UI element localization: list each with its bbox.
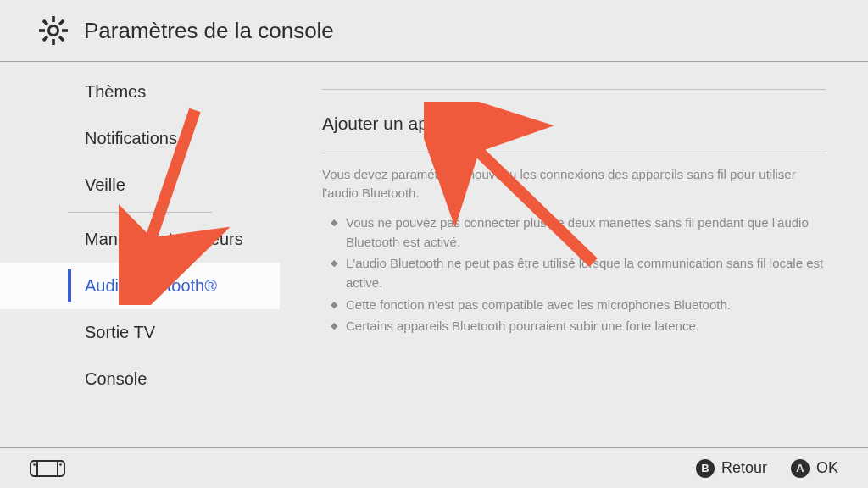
sidebar-item-controllers[interactable]: Manettes et capteurs [0, 216, 280, 263]
sidebar-item-themes[interactable]: Thèmes [0, 69, 280, 115]
gear-icon [38, 15, 69, 46]
page-title: Paramètres de la console [84, 18, 334, 44]
bullet-item: Cette fonction n'est pas compatible avec… [331, 295, 826, 314]
sidebar-item-tv-output[interactable]: Sortie TV [0, 309, 280, 356]
svg-rect-3 [42, 36, 48, 42]
svg-rect-2 [58, 19, 64, 25]
sidebar-divider [68, 212, 212, 213]
bullet-item: L'audio Bluetooth ne peut pas être utili… [331, 253, 826, 293]
svg-rect-1 [52, 39, 55, 45]
svg-rect-0 [52, 16, 55, 22]
svg-rect-7 [42, 19, 48, 25]
info-text: Vous devez paramétrer à nouveau les conn… [322, 165, 826, 213]
main-panel: Ajouter un appareil Vous devez paramétre… [280, 62, 868, 452]
header: Paramètres de la console [0, 0, 868, 62]
svg-rect-9 [37, 461, 58, 476]
footer-buttons: B Retour A OK [696, 459, 838, 478]
svg-rect-6 [58, 36, 64, 42]
svg-rect-4 [62, 29, 68, 32]
ok-button[interactable]: A OK [791, 459, 838, 478]
bullet-item: Certains appareils Bluetooth pourraient … [331, 316, 826, 336]
console-icon[interactable] [30, 459, 65, 478]
content: Thèmes Notifications Veille Manettes et … [0, 62, 868, 452]
footer: B Retour A OK [0, 447, 868, 488]
svg-point-10 [33, 463, 36, 466]
sidebar-item-console[interactable]: Console [0, 356, 280, 402]
svg-point-11 [59, 463, 62, 466]
sidebar-item-sleep[interactable]: Veille [0, 162, 280, 208]
back-label: Retour [721, 459, 767, 477]
divider [322, 89, 826, 90]
info-bullets: Vous ne pouvez pas connecter plus de deu… [322, 213, 826, 336]
b-button-icon: B [696, 459, 715, 478]
svg-rect-8 [31, 461, 64, 476]
add-device-option[interactable]: Ajouter un appareil [322, 108, 826, 152]
sidebar-item-bluetooth-audio[interactable]: Audio Bluetooth® [0, 263, 280, 309]
svg-rect-5 [39, 29, 45, 32]
sidebar: Thèmes Notifications Veille Manettes et … [0, 62, 280, 452]
a-button-icon: A [791, 459, 810, 478]
sidebar-item-notifications[interactable]: Notifications [0, 115, 280, 162]
ok-label: OK [816, 459, 838, 477]
bullet-item: Vous ne pouvez pas connecter plus de deu… [331, 213, 826, 252]
back-button[interactable]: B Retour [696, 459, 767, 478]
divider [322, 152, 826, 153]
